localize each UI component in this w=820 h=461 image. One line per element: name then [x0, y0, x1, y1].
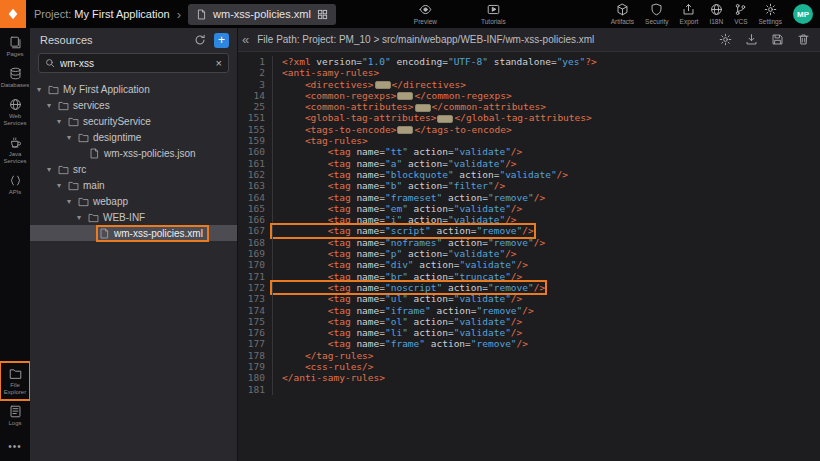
- code-area[interactable]: 1<?xml version="1.0" encoding="UTF-8" st…: [238, 52, 820, 461]
- folded-code-icon[interactable]: [415, 104, 431, 112]
- sidebar-item-databases[interactable]: Databases: [0, 62, 30, 93]
- code-token: />: [505, 214, 516, 225]
- delete-button[interactable]: [797, 33, 810, 46]
- code-line-content[interactable]: <tag name="tt" action="validate"/>: [272, 146, 522, 157]
- sidebar-item-logs[interactable]: Logs: [0, 400, 30, 431]
- code-line: 164 <tag name="frameset" action="remove"…: [238, 192, 820, 203]
- code-line-content[interactable]: </tag-rules>: [272, 350, 374, 361]
- code-line: 155 <tags-to-encode></tags-to-encode>: [238, 124, 820, 135]
- code-token: />: [511, 146, 522, 157]
- folded-code-icon[interactable]: [397, 126, 413, 134]
- project-breadcrumb: Project: My First Application: [34, 8, 170, 20]
- code-line-content[interactable]: <tag name="noframes" action="remove"/>: [272, 237, 545, 248]
- code-line-content[interactable]: <tag name="br" action="truncate"/>: [272, 271, 522, 282]
- code-line-content[interactable]: <tag name="li" action="validate"/>: [272, 327, 522, 338]
- topbar-action-preview[interactable]: Preview: [414, 3, 437, 25]
- code-line-content[interactable]: <tag name="a" action="validate"/>: [272, 158, 517, 169]
- code-line-content[interactable]: <tag name="noscript" action="remove"/>: [272, 282, 545, 293]
- code-line: 171 <tag name="br" action="truncate"/>: [238, 271, 820, 282]
- tree-item-src[interactable]: ▾src: [30, 161, 237, 177]
- code-line-content[interactable]: <tag name="script" action="remove"/>: [272, 225, 534, 236]
- search-input[interactable]: [60, 58, 211, 69]
- caret-down-icon[interactable]: ▾: [67, 133, 77, 142]
- code-line-content[interactable]: <?xml version="1.0" encoding="UTF-8" sta…: [272, 56, 597, 67]
- topbar-action-settings[interactable]: Settings: [759, 3, 783, 25]
- app-logo[interactable]: [0, 0, 26, 28]
- caret-down-icon[interactable]: ▾: [37, 85, 47, 94]
- code-token: "remove": [477, 225, 523, 236]
- code-line-content[interactable]: <tag name="ul" action="validate"/>: [272, 293, 522, 304]
- tree-item-securityservice[interactable]: ▾securityService: [30, 113, 237, 129]
- topbar-action-vcs[interactable]: VCS: [734, 3, 747, 25]
- caret-down-icon[interactable]: ▾: [67, 197, 77, 206]
- sidebar-item-web-services[interactable]: Web Services: [0, 93, 30, 131]
- sidebar-item-apis[interactable]: APIs: [0, 169, 30, 200]
- add-resource-button[interactable]: +: [214, 33, 229, 48]
- code-token: <tag-rules>: [305, 135, 368, 146]
- caret-down-icon[interactable]: ▾: [57, 181, 67, 190]
- code-line-content[interactable]: <tag name="i" action="validate"/>: [272, 214, 517, 225]
- tree-item-designtime[interactable]: ▾designtime: [30, 129, 237, 145]
- caret-down-icon[interactable]: ▾: [57, 117, 67, 126]
- folded-code-icon[interactable]: [375, 81, 391, 89]
- caret-down-icon[interactable]: ▾: [47, 101, 57, 110]
- chevron-right-icon[interactable]: ›: [177, 7, 181, 22]
- code-line-content[interactable]: <directives></directives>: [272, 79, 466, 90]
- tree-item-webapp[interactable]: ▾webapp: [30, 193, 237, 209]
- code-token: [282, 203, 328, 214]
- code-line-content[interactable]: <tag name="ol" action="validate"/>: [272, 316, 522, 327]
- code-line-content[interactable]: <tag name="iframe" action="remove"/>: [272, 305, 534, 316]
- folded-code-icon[interactable]: [397, 92, 413, 100]
- caret-down-icon[interactable]: ▾: [47, 165, 57, 174]
- line-number: 159: [238, 135, 272, 146]
- tree-item-web-inf[interactable]: ▾WEB-INF: [30, 209, 237, 225]
- grid-icon[interactable]: [317, 9, 328, 20]
- refresh-button[interactable]: [194, 34, 206, 46]
- topbar-action-export[interactable]: Export: [680, 3, 699, 25]
- download-button[interactable]: [745, 33, 758, 46]
- clear-search-icon[interactable]: ×: [216, 58, 222, 69]
- code-line-content[interactable]: <tag name="b" action="filter"/>: [272, 180, 505, 191]
- code-line-content[interactable]: </anti-samy-rules>: [272, 372, 385, 383]
- code-line-content[interactable]: <tag name="p" action="validate"/>: [272, 248, 517, 259]
- line-number: 161: [238, 158, 272, 169]
- settings-button[interactable]: [719, 33, 732, 46]
- folded-code-icon[interactable]: [437, 115, 453, 123]
- tree-item-wm-xss-policies-json[interactable]: wm-xss-policies.json: [30, 145, 237, 161]
- code-token: "truncate": [454, 271, 511, 282]
- code-line-content[interactable]: <common-regexps></common-regexps>: [272, 90, 512, 101]
- tree-item-main[interactable]: ▾main: [30, 177, 237, 193]
- topbar-action-artifacts[interactable]: Artifacts: [611, 3, 634, 25]
- more-menu-button[interactable]: •••: [8, 431, 22, 461]
- code-line-content[interactable]: <tag name="div" action="validate"/>: [272, 259, 528, 270]
- pages-icon: [9, 36, 22, 49]
- code-line-content[interactable]: <css-rules/>: [272, 361, 374, 372]
- code-line-content[interactable]: [272, 384, 282, 395]
- code-line-content[interactable]: <anti-samy-rules>: [272, 67, 379, 78]
- collapse-panel-button[interactable]: «: [242, 33, 249, 46]
- topbar-action-tutorials[interactable]: Tutorials: [481, 3, 506, 25]
- sidebar-item-pages[interactable]: Pages: [0, 31, 30, 62]
- code-token: "remove": [471, 338, 517, 349]
- code-line-content[interactable]: <tag-rules>: [272, 135, 368, 146]
- code-line-content[interactable]: <tags-to-encode></tags-to-encode>: [272, 124, 512, 135]
- code-line-content[interactable]: <tag name="blockquote" action="validate"…: [272, 169, 568, 180]
- avatar[interactable]: MP: [793, 4, 813, 24]
- code-line: 178 </tag-rules>: [238, 350, 820, 361]
- code-line-content[interactable]: <common-attributes></common-attributes>: [272, 101, 546, 112]
- sidebar-item-java-services[interactable]: Java Services: [0, 131, 30, 169]
- code-token: [282, 248, 328, 259]
- tree-item-my-first-application[interactable]: ▾My First Application: [30, 81, 237, 97]
- topbar-action-i18n[interactable]: I18N: [709, 3, 723, 25]
- topbar-action-security[interactable]: Security: [645, 3, 668, 25]
- tree-item-wm-xss-policies-xml[interactable]: wm-xss-policies.xml: [30, 225, 237, 241]
- code-line-content[interactable]: <tag name="em" action="validate"/>: [272, 203, 522, 214]
- sidebar-item-file-explorer[interactable]: File Explorer: [0, 362, 30, 400]
- code-line-content[interactable]: <tag name="frame" action="remove"/>: [272, 338, 528, 349]
- caret-down-icon[interactable]: ▾: [77, 213, 87, 222]
- code-line-content[interactable]: <tag name="frameset" action="remove"/>: [272, 192, 545, 203]
- code-line-content[interactable]: <global-tag-attributes></global-tag-attr…: [272, 112, 592, 123]
- save-button[interactable]: [771, 33, 784, 46]
- tree-item-services[interactable]: ▾services: [30, 97, 237, 113]
- file-tab[interactable]: wm-xss-policies.xml: [188, 4, 336, 25]
